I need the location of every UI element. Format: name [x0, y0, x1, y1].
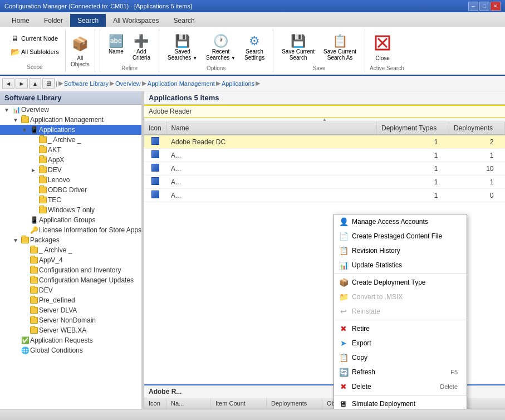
path-software-library[interactable]: Software Library	[64, 80, 109, 87]
ctx-retire[interactable]: ✖ Retire	[334, 321, 467, 336]
sidebar-item-odbc[interactable]: ODBC Driver	[0, 185, 141, 195]
sidebar-item-win7[interactable]: Windows 7 only	[0, 205, 141, 215]
maximize-button[interactable]: □	[479, 2, 489, 11]
table-row[interactable]: A... 1 1	[144, 175, 505, 189]
ctx-simulate[interactable]: 🖥 Simulate Deployment	[334, 397, 467, 409]
sidebar-item-app-groups[interactable]: 📱 Application Groups	[0, 215, 141, 225]
sidebar-item-akt[interactable]: AKT	[0, 145, 141, 155]
sidebar-item-config-inv[interactable]: Configuration and Inventory	[0, 265, 141, 275]
node-icon: 🖥	[11, 34, 19, 43]
reinstate-icon: ↩	[339, 306, 349, 316]
node-icon-btn[interactable]: 🖥	[42, 78, 55, 89]
deploy-type-icon: 📦	[339, 277, 349, 287]
table-row[interactable]: A... 1 10	[144, 162, 505, 175]
close-active-search-btn[interactable]: Close	[370, 31, 395, 64]
sidebar-item-dev2[interactable]: DEV	[0, 285, 141, 295]
sidebar-item-applications[interactable]: ▼ 📱 Applications	[0, 125, 141, 135]
sidebar-label-global: Global Conditions	[30, 346, 83, 354]
ctx-refresh[interactable]: 🔄 Refresh F5	[334, 365, 467, 379]
sidebar-item-appx[interactable]: AppX	[0, 155, 141, 165]
path-overview[interactable]: Overview	[115, 80, 141, 87]
sidebar-item-appv4[interactable]: AppV_4	[0, 255, 141, 265]
all-objects-icon: 📦	[72, 36, 89, 52]
saved-searches-btn[interactable]: 💾 SavedSearches ▼	[164, 31, 201, 64]
ctx-manage-access[interactable]: 👤 Manage Access Accounts	[334, 214, 467, 229]
ctx-copy[interactable]: 📋 Copy	[334, 350, 467, 365]
tab-all-workspaces[interactable]: All Workspaces	[106, 14, 166, 27]
sidebar-item-predefined[interactable]: Pre_defined	[0, 295, 141, 305]
sidebar-item-app-requests[interactable]: ✅ Application Requests	[0, 335, 141, 345]
ctx-prestaged[interactable]: 📄 Create Prestaged Content File	[334, 229, 467, 243]
ctx-label: Create Prestaged Content File	[352, 232, 458, 240]
sidebar-label-dev1: DEV	[48, 166, 62, 174]
sidebar-item-server-nondomain[interactable]: Server NonDomain	[0, 315, 141, 325]
content-area: Applications 5 items Adobe Reader ▲ Icon…	[144, 91, 505, 409]
cell-icon	[144, 175, 166, 189]
active-search-label: Active Search	[370, 65, 404, 72]
sidebar-label-win7: Windows 7 only	[48, 206, 95, 214]
sidebar-item-archive1[interactable]: _ Archive _	[0, 135, 141, 145]
col-deployments[interactable]: Deployments	[449, 122, 505, 135]
table-row[interactable]: A... 1 1	[144, 149, 505, 162]
table-row[interactable]: A... 1 0	[144, 189, 505, 202]
path-app-mgmt[interactable]: Application Management	[148, 80, 215, 87]
name-btn[interactable]: 🔤 Name	[105, 31, 128, 57]
sidebar-item-license[interactable]: 🔑 License Information for Store Apps	[0, 225, 141, 235]
ctx-create-deploy-type[interactable]: 📦 Create Deployment Type	[334, 275, 467, 290]
cell-icon	[144, 189, 166, 202]
recent-searches-btn[interactable]: 🕐 RecentSearches ▼	[202, 31, 239, 64]
cell-deployments: 2	[449, 135, 505, 149]
sidebar-item-tec[interactable]: TEC	[0, 195, 141, 205]
folder-icon	[29, 246, 39, 255]
ctx-export[interactable]: ➤ Export	[334, 336, 467, 350]
tab-folder[interactable]: Folder	[37, 14, 70, 27]
minimize-button[interactable]: ─	[468, 2, 478, 11]
all-subfolders-btn[interactable]: 📂 All Subfolders	[8, 46, 62, 58]
packages-icon	[20, 236, 30, 245]
sidebar-item-server-dlva[interactable]: Server DLVA	[0, 305, 141, 315]
search-settings-btn[interactable]: ⚙ SearchSettings	[241, 31, 268, 64]
current-node-btn[interactable]: 🖥 Current Node	[8, 32, 62, 45]
refine-group: 🔤 Name ➕ AddCriteria Refine	[100, 29, 159, 72]
save-current-icon: 💾	[291, 34, 306, 48]
sidebar-item-overview[interactable]: ▼ 📊 Overview	[0, 105, 141, 115]
folder-icon	[38, 175, 48, 184]
cell-deployments: 0	[449, 189, 505, 202]
col-name[interactable]: Name	[166, 122, 377, 135]
sidebar-item-dev1[interactable]: ► DEV	[0, 165, 141, 175]
forward-button[interactable]: ►	[16, 78, 28, 89]
save-current-search-as-btn[interactable]: 📋 Save CurrentSearch As	[320, 31, 360, 64]
folder-icon	[38, 196, 48, 204]
ctx-delete[interactable]: ✖ Delete Delete	[334, 379, 467, 394]
file-icon: 📄	[339, 231, 349, 241]
tab-home[interactable]: Home	[4, 14, 37, 27]
col-icon[interactable]: Icon	[144, 122, 166, 135]
toggle-icon: ▼	[2, 105, 11, 114]
export-icon: ➤	[339, 338, 349, 348]
folder-icon	[38, 155, 48, 164]
save-current-search-btn[interactable]: 💾 Save CurrentSearch	[278, 31, 318, 64]
col-deployment-types[interactable]: Deployment Types	[377, 122, 449, 135]
ctx-revision[interactable]: 📋 Revision History	[334, 243, 467, 258]
tab-search[interactable]: Search	[70, 14, 106, 27]
sidebar-item-cm-updates[interactable]: Configuration Manager Updates	[0, 275, 141, 285]
sidebar-item-global-conditions[interactable]: 🌐 Global Conditions	[0, 345, 141, 355]
window-controls[interactable]: ─ □ ✕	[468, 2, 501, 11]
back-button[interactable]: ◄	[2, 78, 14, 89]
path-applications[interactable]: Applications	[222, 80, 254, 87]
up-button[interactable]: ▲	[29, 78, 41, 89]
sidebar-item-server-webxa[interactable]: Server WEB.XA	[0, 325, 141, 335]
sidebar-item-app-mgmt[interactable]: ▼ Application Management	[0, 115, 141, 125]
save-label: Save	[278, 65, 360, 72]
ctx-update-stats[interactable]: 📊 Update Statistics	[334, 258, 467, 272]
overview-icon: 📊	[11, 105, 21, 114]
sidebar-item-archive2[interactable]: _ Archive _	[0, 245, 141, 255]
sidebar-item-lenovo[interactable]: Lenovo	[0, 175, 141, 185]
all-objects-btn[interactable]: 📦	[70, 34, 90, 54]
close-button[interactable]: ✕	[491, 2, 501, 11]
sidebar-item-packages[interactable]: ▼ Packages	[0, 235, 141, 245]
add-criteria-btn[interactable]: ➕ AddCriteria	[129, 31, 154, 64]
tab-search-context[interactable]: Search	[166, 14, 202, 27]
main-layout: Software Library ▼ 📊 Overview ▼ Applicat…	[0, 91, 505, 409]
table-row[interactable]: Adobe Reader DC 1 2	[144, 135, 505, 149]
